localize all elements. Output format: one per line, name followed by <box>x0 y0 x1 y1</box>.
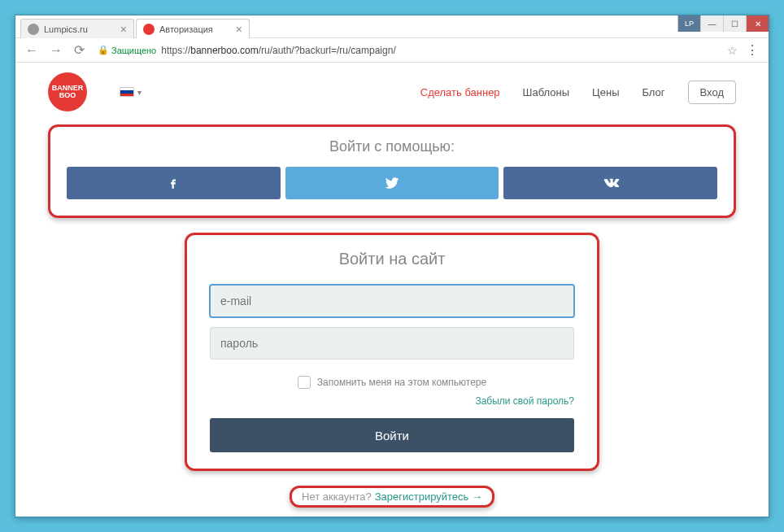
nav-templates[interactable]: Шаблоны <box>523 86 570 98</box>
nav-pricing[interactable]: Цены <box>592 86 619 98</box>
minimize-button[interactable]: — <box>700 15 723 32</box>
facebook-icon <box>166 176 181 190</box>
social-login-block: Войти с помощью: <box>48 124 736 218</box>
secure-badge: 🔒 Защищено <box>98 45 156 55</box>
tab-auth[interactable]: Авторизация × <box>136 19 250 38</box>
submit-login-button[interactable]: Войти <box>210 418 574 452</box>
site-header: BANNER BOO ▾ Сделать баннер Шаблоны Цены… <box>15 63 769 121</box>
user-badge[interactable]: LP <box>677 15 700 32</box>
favicon-icon <box>28 24 39 35</box>
twitter-login-button[interactable] <box>285 167 499 199</box>
address-bar: ← → ⟳ 🔒 Защищено https://bannerboo.com/r… <box>15 38 769 63</box>
page-content: BANNER BOO ▾ Сделать баннер Шаблоны Цены… <box>15 63 769 517</box>
maximize-button[interactable]: ☐ <box>723 15 746 32</box>
back-icon[interactable]: ← <box>22 43 41 58</box>
close-button[interactable]: ✕ <box>746 15 769 32</box>
social-row <box>67 167 717 199</box>
browser-window: Lumpics.ru × Авторизация × LP — ☐ ✕ ← → … <box>15 15 769 517</box>
vk-icon <box>602 174 620 192</box>
url-input[interactable]: 🔒 Защищено https://bannerboo.com/ru/auth… <box>93 45 722 56</box>
reload-icon[interactable]: ⟳ <box>71 42 88 58</box>
tab-title: Авторизация <box>159 24 213 34</box>
nav-make-banner[interactable]: Сделать баннер <box>420 86 500 98</box>
titlebar: Lumpics.ru × Авторизация × LP — ☐ ✕ <box>15 15 769 38</box>
email-field[interactable] <box>210 285 574 317</box>
close-icon[interactable]: × <box>236 23 242 36</box>
login-form-block: Войти на сайт Запомнить меня на этом ком… <box>185 233 599 471</box>
vk-login-button[interactable] <box>503 167 717 199</box>
close-icon[interactable]: × <box>120 23 127 36</box>
tab-title: Lumpics.ru <box>44 24 88 34</box>
url-text: https://bannerboo.com/ru/auth/?backurl=/… <box>161 45 396 56</box>
chevron-down-icon: ▾ <box>137 88 142 97</box>
menu-icon[interactable]: ⋮ <box>743 42 762 58</box>
secure-label: Защищено <box>111 46 156 55</box>
register-row: Нет аккаунта? Зарегистрируйтесь → <box>15 479 769 508</box>
remember-row: Запомнить меня на этом компьютере <box>210 376 574 389</box>
bookmark-icon[interactable]: ☆ <box>727 44 738 57</box>
language-selector[interactable]: ▾ <box>120 87 142 97</box>
social-login-title: Войти с помощью: <box>67 138 717 155</box>
twitter-icon <box>384 175 400 191</box>
remember-checkbox[interactable] <box>298 376 311 389</box>
forgot-password-link[interactable]: Забыли свой пароль? <box>210 395 574 407</box>
logo[interactable]: BANNER BOO <box>48 72 87 111</box>
nav-blog[interactable]: Блог <box>642 86 664 98</box>
forward-icon[interactable]: → <box>46 43 66 58</box>
register-link[interactable]: Зарегистрируйтесь → <box>375 491 482 503</box>
flag-icon <box>120 87 134 97</box>
tabs-row: Lumpics.ru × Авторизация × <box>15 15 251 38</box>
login-title: Войти на сайт <box>210 250 574 268</box>
lock-icon: 🔒 <box>98 45 109 55</box>
facebook-login-button[interactable] <box>67 167 281 199</box>
password-field[interactable] <box>210 327 574 360</box>
window-controls: LP — ☐ ✕ <box>677 15 769 32</box>
favicon-icon <box>143 24 155 35</box>
register-question: Нет аккаунта? <box>302 491 372 503</box>
register-block: Нет аккаунта? Зарегистрируйтесь → <box>290 486 494 508</box>
main-nav: Сделать баннер Шаблоны Цены Блог Вход <box>420 81 736 104</box>
tab-lumpics[interactable]: Lumpics.ru × <box>20 19 134 38</box>
remember-label: Запомнить меня на этом компьютере <box>317 377 486 388</box>
login-button[interactable]: Вход <box>688 81 736 104</box>
